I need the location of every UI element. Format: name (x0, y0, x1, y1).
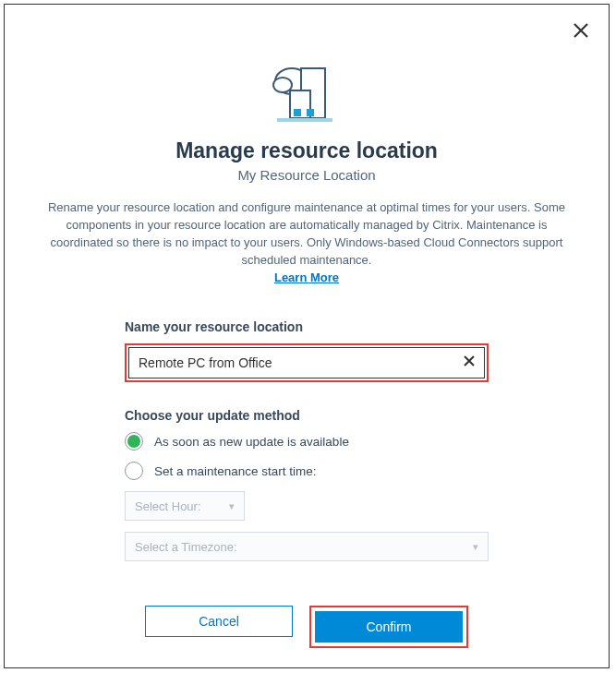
radio-option-scheduled[interactable]: Set a maintenance start time: (125, 462, 489, 480)
svg-rect-6 (277, 118, 332, 122)
select-timezone-dropdown: Select a Timezone: ▾ (125, 532, 489, 561)
radio-label-asap: As soon as new update is available (154, 435, 349, 449)
select-timezone-placeholder: Select a Timezone: (135, 540, 237, 554)
confirm-button-highlight: Confirm (309, 606, 468, 648)
select-hour-dropdown: Select Hour: ▾ (125, 491, 245, 521)
resource-name-input[interactable] (128, 347, 485, 379)
close-icon[interactable] (572, 21, 590, 43)
name-input-highlight (125, 343, 489, 382)
svg-rect-5 (307, 109, 314, 116)
clear-input-icon[interactable] (463, 355, 476, 371)
chevron-down-icon: ▾ (229, 500, 235, 512)
manage-resource-location-dialog: Manage resource location My Resource Loc… (4, 4, 610, 668)
cancel-button[interactable]: Cancel (145, 606, 293, 637)
confirm-button[interactable]: Confirm (315, 611, 463, 643)
dialog-title: Manage resource location (32, 138, 581, 163)
radio-icon-selected (125, 432, 143, 451)
learn-more-link[interactable]: Learn More (32, 270, 581, 284)
dialog-description: Rename your resource location and config… (32, 199, 581, 269)
update-method-label: Choose your update method (125, 408, 489, 423)
radio-option-asap[interactable]: As soon as new update is available (125, 432, 489, 451)
resource-location-icon (32, 55, 581, 126)
select-hour-placeholder: Select Hour: (135, 499, 201, 513)
name-field-label: Name your resource location (125, 319, 489, 334)
chevron-down-icon: ▾ (473, 541, 478, 553)
radio-icon-unselected (125, 462, 143, 480)
svg-rect-4 (294, 109, 301, 116)
radio-label-scheduled: Set a maintenance start time: (154, 464, 317, 478)
dialog-subtitle: My Resource Location (32, 167, 581, 183)
